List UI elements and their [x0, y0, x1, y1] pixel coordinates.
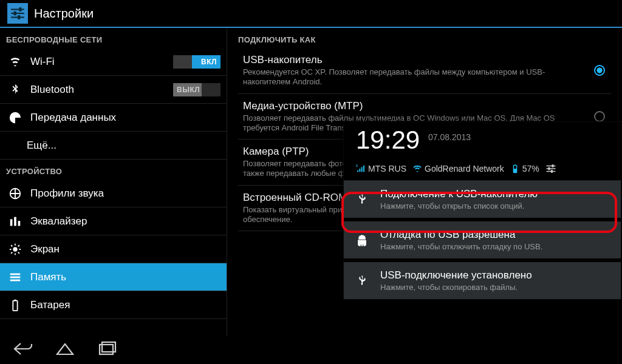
- radio-icon[interactable]: [594, 111, 605, 122]
- sidebar-item-display[interactable]: Экран: [0, 235, 227, 263]
- usb-icon: [352, 188, 372, 211]
- display-icon: [9, 243, 22, 256]
- wifi-status-icon: [412, 164, 422, 174]
- sidebar-item-bluetooth[interactable]: Bluetooth ВЫКЛ: [0, 76, 227, 104]
- sidebar-item-label: Передача данных: [30, 112, 220, 124]
- nav-home-button[interactable]: [55, 341, 75, 359]
- svg-line-15: [11, 245, 12, 246]
- storage-icon: [9, 271, 22, 284]
- battery-status-icon: [510, 164, 520, 174]
- sidebar-item-storage[interactable]: Память: [0, 263, 227, 291]
- bluetooth-toggle[interactable]: ВЫКЛ: [173, 83, 220, 96]
- data-usage-icon: [9, 111, 22, 124]
- svg-rect-28: [546, 166, 555, 167]
- notification-title: USB-подключение установлено: [380, 269, 532, 281]
- svg-rect-1: [11, 13, 24, 14]
- sidebar-item-label: Профили звука: [30, 187, 220, 200]
- sidebar-item-label: Батарея: [30, 299, 220, 311]
- svg-rect-0: [11, 8, 24, 10]
- wifi-toggle[interactable]: ВКЛ: [173, 55, 220, 69]
- svg-line-17: [11, 252, 12, 253]
- sidebar-item-data-usage[interactable]: Передача данных: [0, 104, 227, 132]
- section-header-wireless: БЕСПРОВОДНЫЕ СЕТИ: [0, 28, 227, 48]
- notification-subtitle: Нажмите, чтобы скопировать файлы.: [380, 283, 532, 292]
- sidebar-item-equalizer[interactable]: Эквалайзер: [0, 207, 227, 235]
- radio-selected-icon[interactable]: [594, 65, 605, 76]
- signal-icon: E: [356, 164, 366, 174]
- svg-rect-26: [514, 169, 516, 172]
- sidebar-item-label: Ещё...: [27, 140, 220, 152]
- svg-rect-20: [10, 276, 21, 278]
- bluetooth-icon: [9, 83, 22, 96]
- svg-rect-4: [14, 12, 16, 16]
- usb-icon: [352, 269, 372, 292]
- sidebar-item-battery[interactable]: Батарея: [0, 291, 227, 319]
- svg-text:E: E: [356, 164, 358, 167]
- sidebar-item-sound-profiles[interactable]: Профили звука: [0, 180, 227, 207]
- svg-rect-3: [19, 7, 21, 12]
- carrier-name: MTS RUS: [368, 164, 406, 174]
- sidebar-item-label: Экран: [30, 243, 220, 255]
- svg-rect-31: [552, 164, 553, 167]
- sidebar-item-label: Эквалайзер: [30, 215, 220, 228]
- option-title: USB-накопитель: [243, 54, 567, 66]
- sidebar-item-label: Bluetooth: [30, 84, 165, 96]
- sliders-icon: [545, 163, 556, 174]
- nav-recents-button[interactable]: [97, 341, 118, 359]
- shade-header: 19:29 07.08.2013: [344, 122, 621, 161]
- settings-sidebar: БЕСПРОВОДНЫЕ СЕТИ Wi-Fi ВКЛ Bluetooth ВЫ…: [0, 28, 227, 336]
- svg-rect-21: [10, 279, 21, 281]
- notification-subtitle: Нажмите, чтобы отключить отладку по USB.: [380, 242, 542, 251]
- svg-rect-23: [14, 299, 16, 300]
- sidebar-item-label: Память: [30, 271, 220, 283]
- notification-title: Подключение к USB-накопителю: [380, 188, 538, 200]
- svg-point-10: [13, 247, 17, 251]
- svg-rect-5: [18, 15, 20, 19]
- wifi-icon: [9, 55, 22, 69]
- battery-icon: [9, 298, 22, 312]
- svg-line-18: [18, 245, 19, 246]
- option-title: Медиа-устройство (MTP): [243, 100, 567, 112]
- option-usb-mass-storage[interactable]: USB-накопитель Рекомендуется ОС XP. Позв…: [238, 48, 611, 94]
- svg-rect-19: [10, 273, 21, 275]
- status-battery: 57%: [510, 164, 539, 174]
- svg-rect-7: [10, 219, 13, 226]
- svg-rect-29: [546, 168, 555, 169]
- sidebar-item-more[interactable]: Ещё...: [0, 132, 227, 160]
- section-header-device: УСТРОЙСТВО: [0, 160, 227, 180]
- svg-rect-8: [14, 217, 16, 226]
- android-icon: [352, 229, 372, 251]
- shade-date: 07.08.2013: [428, 132, 471, 142]
- status-wifi: GoldRenard Network: [412, 164, 504, 174]
- shade-time: 19:29: [356, 126, 420, 155]
- sound-icon: [9, 187, 22, 200]
- page-title: Настройки: [34, 7, 94, 21]
- notification-subtitle: Нажмите, чтобы открыть список опций.: [380, 201, 538, 211]
- settings-app-icon: [7, 3, 28, 24]
- titlebar: Настройки: [0, 0, 622, 28]
- quick-settings-button[interactable]: [545, 163, 556, 174]
- content-header: ПОДКЛЮЧИТЬ КАК: [234, 28, 615, 48]
- notification-usb-storage[interactable]: Подключение к USB-накопителю Нажмите, чт…: [344, 181, 621, 218]
- notification-shade[interactable]: 19:29 07.08.2013 E MTS RUS GoldRenard Ne…: [343, 121, 621, 300]
- notification-title: Отладка по USB разрешена: [380, 229, 542, 241]
- nav-back-button[interactable]: [12, 341, 33, 359]
- status-cellular: E MTS RUS: [356, 164, 406, 174]
- notification-adb[interactable]: Отладка по USB разрешена Нажмите, чтобы …: [344, 221, 621, 258]
- sidebar-item-wifi[interactable]: Wi-Fi ВКЛ: [0, 48, 227, 76]
- svg-rect-33: [551, 170, 553, 173]
- option-subtitle: Рекомендуется ОС XP. Позволяет передават…: [243, 67, 567, 87]
- sidebar-item-label: Wi-Fi: [30, 56, 165, 68]
- equalizer-icon: [9, 215, 22, 228]
- wifi-name: GoldRenard Network: [425, 164, 504, 174]
- shade-status-row: E MTS RUS GoldRenard Network 57%: [344, 161, 621, 181]
- notification-usb-connected[interactable]: USB-подключение установлено Нажмите, что…: [344, 262, 621, 299]
- svg-rect-22: [13, 300, 17, 311]
- svg-rect-9: [18, 221, 21, 226]
- svg-rect-27: [514, 164, 516, 165]
- svg-line-16: [18, 252, 19, 253]
- battery-percent: 57%: [522, 164, 539, 174]
- svg-rect-32: [548, 167, 550, 170]
- system-navbar: [0, 336, 622, 363]
